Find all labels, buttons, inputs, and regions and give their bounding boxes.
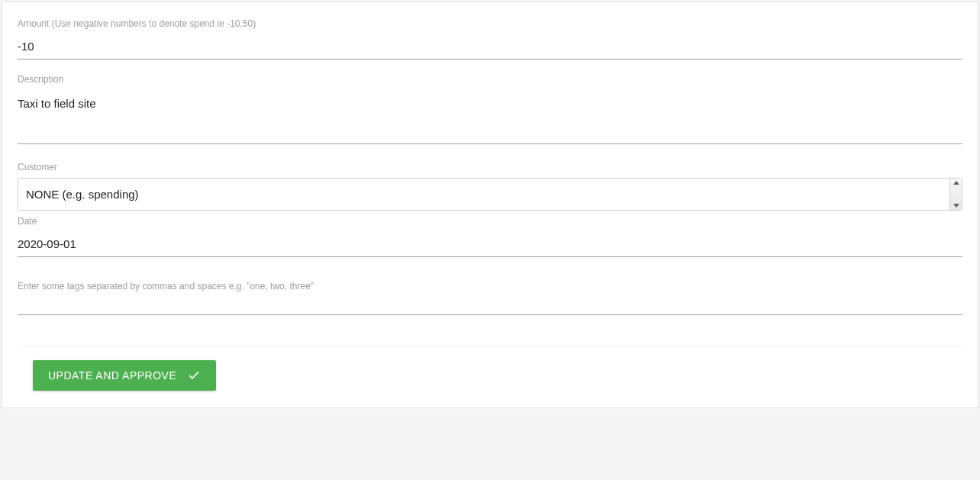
- chevron-down-icon: [953, 204, 959, 208]
- customer-label: Customer: [18, 161, 962, 174]
- amount-field: Amount (Use negative numbers to denote s…: [18, 18, 962, 60]
- check-icon: [187, 369, 201, 382]
- amount-input[interactable]: [18, 35, 962, 60]
- date-label: Date: [18, 215, 962, 228]
- chevron-up-icon: [953, 181, 959, 185]
- tags-input[interactable]: [18, 274, 962, 315]
- update-approve-label: UPDATE AND APPROVE: [48, 369, 176, 382]
- date-input[interactable]: [18, 233, 962, 257]
- customer-field: Customer NONE (e.g. spending): [18, 161, 962, 211]
- form-actions: UPDATE AND APPROVE: [18, 360, 962, 391]
- description-label: Description: [18, 73, 962, 86]
- description-input[interactable]: [18, 91, 962, 144]
- expense-form-card: Amount (Use negative numbers to denote s…: [2, 2, 978, 408]
- amount-label: Amount (Use negative numbers to denote s…: [18, 18, 962, 31]
- customer-select[interactable]: NONE (e.g. spending): [18, 178, 962, 211]
- date-field: Date: [18, 215, 962, 257]
- description-field: Description: [18, 73, 962, 147]
- update-approve-button[interactable]: UPDATE AND APPROVE: [33, 360, 216, 391]
- form-divider: [18, 346, 962, 346]
- select-scroll-indicator: [949, 179, 962, 210]
- tags-field: [18, 274, 962, 315]
- customer-select-wrapper: NONE (e.g. spending): [18, 178, 962, 211]
